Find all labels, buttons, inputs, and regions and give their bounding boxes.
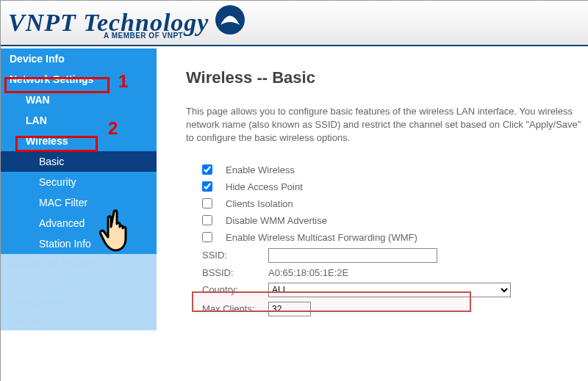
label-ssid: SSID: bbox=[202, 250, 268, 261]
row-clients-isolation: Clients Isolation bbox=[186, 195, 588, 212]
sidebar-item-wireless[interactable]: Wireless bbox=[1, 131, 157, 151]
brand-subtitle: A MEMBER OF VNPT bbox=[104, 32, 183, 40]
sidebar-item-logout[interactable]: Logout bbox=[1, 311, 157, 330]
annotation-number-2: 2 bbox=[108, 118, 118, 139]
label-enable-wmf: Enable Wireless Multicast Forwarding (WM… bbox=[226, 232, 417, 243]
sidebar: Device Info Network Settings WAN LAN Wir… bbox=[1, 46, 157, 381]
label-bssid: BSSID: bbox=[202, 267, 268, 278]
input-ssid[interactable] bbox=[268, 248, 437, 263]
row-max-clients: Max Clients: bbox=[186, 300, 588, 319]
row-bssid: BSSID: A0:65:18:05:1E:2E bbox=[186, 265, 588, 280]
main-content: Wireless -- Basic This page allows you t… bbox=[157, 46, 588, 381]
sidebar-item-station-info[interactable]: Station Info bbox=[1, 233, 157, 254]
sidebar-item-diagnostics[interactable]: Diagnostics bbox=[1, 273, 157, 292]
checkbox-clients-isolation[interactable] bbox=[202, 198, 212, 208]
sidebar-item-management[interactable]: Management bbox=[1, 292, 157, 311]
sidebar-item-advanced-features[interactable]: Advanced Features bbox=[1, 254, 157, 273]
sidebar-item-advanced[interactable]: Advanced bbox=[1, 213, 157, 233]
checkbox-hide-ap[interactable] bbox=[202, 181, 212, 192]
checkbox-enable-wireless[interactable] bbox=[202, 164, 212, 175]
sidebar-item-device-info[interactable]: Device Info bbox=[1, 48, 157, 69]
label-disable-wmm: Disable WMM Advertise bbox=[226, 215, 327, 226]
label-enable-wireless: Enable Wireless bbox=[226, 164, 295, 175]
sidebar-item-security[interactable]: Security bbox=[1, 172, 157, 192]
row-country: Country: ALL bbox=[186, 280, 588, 300]
page-title: Wireless -- Basic bbox=[186, 68, 588, 87]
sidebar-item-network-settings[interactable]: Network Settings bbox=[1, 69, 157, 90]
checkbox-enable-wmf[interactable] bbox=[202, 232, 212, 242]
sidebar-item-basic[interactable]: Basic bbox=[1, 151, 157, 172]
label-clients-isolation: Clients Isolation bbox=[226, 198, 293, 209]
sidebar-item-mac-filter[interactable]: MAC Filter bbox=[1, 192, 157, 213]
row-disable-wmm: Disable WMM Advertise bbox=[186, 212, 588, 229]
label-hide-ap: Hide Access Point bbox=[226, 181, 303, 192]
header: VNPT Technology A MEMBER OF VNPT bbox=[1, 1, 588, 46]
annotation-number-1: 1 bbox=[118, 71, 128, 92]
sidebar-item-lan[interactable]: LAN bbox=[1, 110, 157, 131]
page-intro: This page allows you to configure basic … bbox=[186, 105, 588, 145]
value-bssid: A0:65:18:05:1E:2E bbox=[268, 267, 348, 278]
sidebar-item-wan[interactable]: WAN bbox=[1, 90, 157, 110]
row-hide-ap: Hide Access Point bbox=[186, 178, 588, 195]
label-max-clients: Max Clients: bbox=[202, 303, 268, 314]
row-ssid: SSID: bbox=[186, 246, 588, 265]
row-enable-wmf: Enable Wireless Multicast Forwarding (WM… bbox=[186, 229, 588, 246]
label-country: Country: bbox=[202, 284, 268, 295]
brand-logo-icon bbox=[213, 3, 247, 39]
select-country[interactable]: ALL bbox=[268, 283, 511, 297]
input-max-clients[interactable] bbox=[268, 302, 311, 316]
row-enable-wireless: Enable Wireless bbox=[186, 162, 588, 178]
checkbox-disable-wmm[interactable] bbox=[202, 215, 212, 225]
